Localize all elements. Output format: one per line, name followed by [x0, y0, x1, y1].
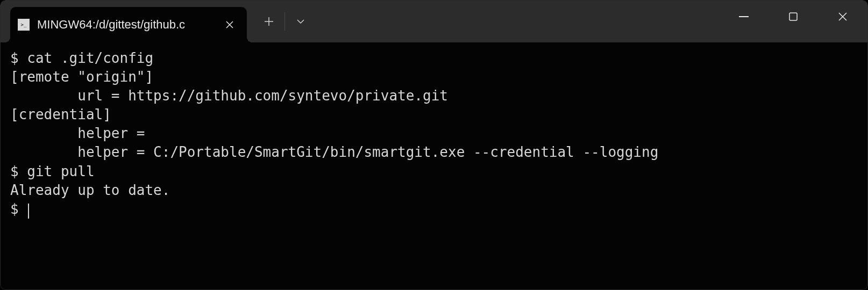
titlebar: >_ MINGW64:/d/gittest/github.c: [1, 1, 867, 42]
chevron-down-icon: [296, 19, 305, 24]
terminal-line: Already up to date.: [10, 181, 858, 200]
terminal-line: $ cat .git/config: [10, 49, 858, 68]
svg-rect-1: [789, 13, 797, 20]
window-controls: [719, 1, 867, 42]
divider: [284, 12, 285, 31]
tab-dropdown-button[interactable]: [286, 7, 315, 36]
tab-close-button[interactable]: [222, 17, 237, 32]
terminal-line: $ git pull: [10, 162, 858, 181]
cursor: [28, 204, 29, 219]
plus-icon: [264, 17, 274, 26]
terminal-output[interactable]: $ cat .git/config[remote "origin"] url =…: [1, 42, 867, 289]
tab-strip: >_ MINGW64:/d/gittest/github.c: [1, 1, 315, 42]
terminal-window: >_ MINGW64:/d/gittest/github.c: [0, 0, 868, 290]
close-window-button[interactable]: [818, 1, 867, 33]
new-tab-button[interactable]: [254, 7, 283, 36]
maximize-button[interactable]: [769, 1, 818, 33]
terminal-line: [remote "origin"]: [10, 68, 858, 86]
terminal-icon: >_: [18, 19, 30, 31]
terminal-line: [credential]: [10, 105, 858, 124]
minimize-icon: [739, 16, 749, 17]
terminal-line: helper =: [10, 124, 858, 143]
minimize-button[interactable]: [719, 1, 769, 33]
maximize-icon: [789, 12, 798, 21]
close-icon: [225, 20, 234, 29]
svg-rect-0: [739, 16, 749, 17]
terminal-line: url = https://github.com/syntevo/private…: [10, 86, 858, 105]
terminal-line: helper = C:/Portable/SmartGit/bin/smartg…: [10, 143, 858, 162]
tab-actions: [254, 1, 315, 42]
tab-title: MINGW64:/d/gittest/github.c: [37, 18, 215, 32]
close-icon: [838, 12, 848, 21]
terminal-line: $: [10, 200, 858, 219]
tab-active[interactable]: >_ MINGW64:/d/gittest/github.c: [10, 7, 247, 42]
